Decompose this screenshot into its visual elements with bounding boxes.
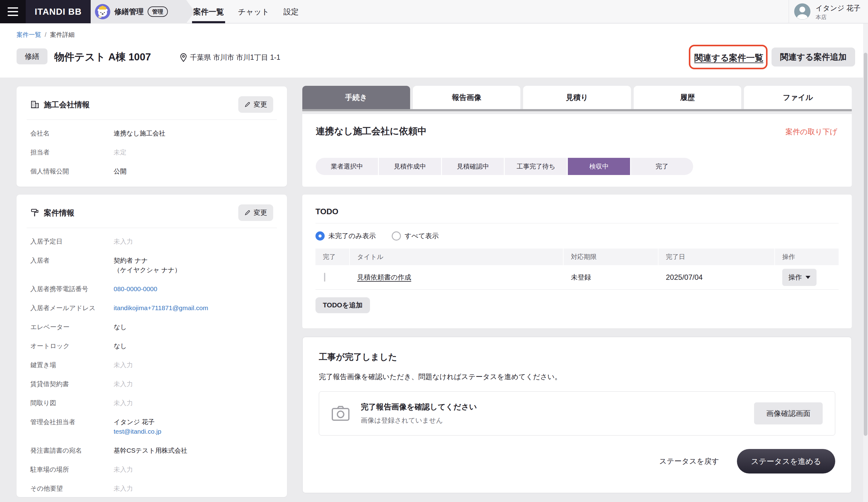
app-name: 修繕管理 bbox=[114, 7, 144, 17]
tenant-email-link[interactable]: itandikojima+711871@gmail.com bbox=[114, 303, 208, 313]
scrollbar-thumb[interactable] bbox=[864, 53, 867, 436]
brand-logo: ITANDI BB bbox=[26, 0, 91, 23]
info-row: その他要望 未入力 bbox=[30, 484, 273, 493]
info-row: 入居者メールアドレス itandikojima+711871@gmail.com bbox=[30, 303, 273, 313]
todo-action-button[interactable]: 操作 bbox=[782, 269, 817, 286]
step-inspection: 検収中 bbox=[568, 158, 630, 175]
info-row: 個人情報公開 公開 bbox=[30, 166, 273, 176]
todo-completed-date: 2025/07/04 bbox=[659, 273, 775, 281]
top-bar: ITANDI BB 修繕管理 管理 案件一覧 チャット bbox=[0, 0, 868, 23]
breadcrumb-separator: / bbox=[45, 31, 46, 38]
chevron-down-icon bbox=[806, 276, 810, 279]
page-title: 物件テスト A棟 1007 bbox=[54, 50, 151, 64]
tab-estimate[interactable]: 見積り bbox=[523, 86, 631, 109]
image-confirm-button[interactable]: 画像確認画面 bbox=[754, 402, 823, 424]
info-row: 駐車場の場所 未入力 bbox=[30, 464, 273, 474]
completion-heading: 工事が完了しました bbox=[319, 351, 835, 363]
step-estimate-confirming: 見積確認中 bbox=[442, 158, 504, 175]
todo-filter-group: 未完了のみ表示 すべて表示 bbox=[316, 232, 839, 240]
image-box-title: 完了報告画像を確認してください bbox=[361, 402, 477, 412]
breadcrumb-link-case-list[interactable]: 案件一覧 bbox=[17, 31, 41, 39]
info-row: 入居者携帯電話番号 080-0000-0000 bbox=[30, 284, 273, 294]
company-card-title: 施工会社情報 bbox=[44, 100, 234, 110]
info-row: 賃貸借契約書 未入力 bbox=[30, 379, 273, 389]
filter-incomplete-radio[interactable]: 未完了のみ表示 bbox=[316, 232, 376, 240]
status-actions: ステータスを戻す ステータスを進める bbox=[319, 449, 835, 473]
todo-table-row: 見積依頼書の作成 未登録 2025/07/04 操作 bbox=[316, 265, 839, 290]
report-image-box: 完了報告画像を確認してください 画像は登録されていません 画像確認画面 bbox=[319, 391, 835, 436]
manager-email-link[interactable]: test@itandi.co.jp bbox=[114, 427, 162, 436]
todo-due-date: 未登録 bbox=[564, 273, 659, 282]
status-heading: 連携なし施工会社に依頼中 bbox=[316, 125, 427, 137]
case-type-badge: 修繕 bbox=[17, 49, 48, 64]
brand-logo-text: ITANDI BB bbox=[34, 7, 82, 17]
status-back-button[interactable]: ステータスを戻す bbox=[659, 456, 719, 466]
property-address: 千葉県 市川市 市川1丁目 1-1 bbox=[190, 53, 280, 62]
company-edit-button[interactable]: 変更 bbox=[238, 96, 273, 113]
header-divider bbox=[789, 0, 789, 23]
user-name: イタンジ 花子 bbox=[816, 3, 861, 13]
paint-roller-icon bbox=[30, 208, 40, 217]
construction-company-card: 施工会社情報 変更 会社名 連携なし施工会社 担当者 未定 個人情報公開 公開 bbox=[17, 86, 287, 187]
step-vendor-selection: 業者選択中 bbox=[316, 158, 378, 175]
image-box-subtitle: 画像は登録されていません bbox=[361, 416, 477, 425]
radio-selected-icon bbox=[316, 232, 325, 240]
active-nav-underline bbox=[192, 21, 225, 23]
completion-description: 完了報告画像を確認いただき、問題なければステータスを進めてください。 bbox=[319, 372, 835, 381]
top-navigation: 案件一覧 チャット 設定 bbox=[192, 0, 300, 23]
pencil-icon bbox=[245, 101, 250, 107]
user-branch: 本店 bbox=[816, 13, 861, 21]
app-switcher-chip[interactable]: 修繕管理 管理 bbox=[91, 0, 195, 23]
hamburger-menu-icon[interactable] bbox=[0, 0, 26, 23]
nav-item-case-list[interactable]: 案件一覧 bbox=[192, 0, 225, 23]
tenant-phone-link[interactable]: 080-0000-0000 bbox=[114, 284, 157, 294]
todo-heading: TODO bbox=[316, 207, 839, 216]
step-estimate-creating: 見積作成中 bbox=[379, 158, 441, 175]
status-stepper: 業者選択中 見積作成中 見積確認中 工事完了待ち 検収中 完了 bbox=[316, 158, 693, 175]
info-row: 担当者 未定 bbox=[30, 147, 273, 157]
user-avatar-icon bbox=[794, 3, 810, 20]
card-divider bbox=[27, 228, 277, 228]
info-row: 入居予定日 未入力 bbox=[30, 237, 273, 246]
info-row: 間取り図 未入力 bbox=[30, 398, 273, 408]
location-pin-icon bbox=[180, 53, 187, 62]
nav-item-chat[interactable]: チャット bbox=[237, 0, 270, 23]
filter-all-radio[interactable]: すべて表示 bbox=[392, 232, 439, 240]
status-forward-button[interactable]: ステータスを進める bbox=[737, 449, 835, 473]
breadcrumb-current: 案件詳細 bbox=[50, 31, 75, 39]
address-block: 千葉県 市川市 市川1丁目 1-1 bbox=[180, 53, 280, 62]
building-icon bbox=[30, 100, 40, 109]
info-row: 鍵置き場 未入力 bbox=[30, 360, 273, 370]
todo-add-button[interactable]: TODOを追加 bbox=[316, 297, 370, 313]
tab-procedure[interactable]: 手続き bbox=[302, 86, 410, 109]
step-done: 完了 bbox=[631, 158, 693, 175]
todo-checkbox[interactable] bbox=[324, 273, 325, 281]
tab-history[interactable]: 履歴 bbox=[634, 86, 742, 109]
todo-table-header: 完了 タイトル 対応期限 完了日 操作 bbox=[316, 248, 839, 265]
user-menu[interactable]: イタンジ 花子 本店 bbox=[794, 3, 861, 21]
tab-report-images[interactable]: 報告画像 bbox=[413, 86, 521, 109]
info-row: エレベーター なし bbox=[30, 322, 273, 331]
camera-icon bbox=[331, 406, 350, 421]
case-edit-button[interactable]: 変更 bbox=[238, 204, 273, 221]
detail-tabs: 手続き 報告画像 見積り 履歴 ファイル bbox=[302, 86, 852, 109]
scrollbar-track[interactable] bbox=[863, 23, 868, 502]
tab-files[interactable]: ファイル bbox=[744, 86, 852, 109]
related-case-add-button[interactable]: 関連する案件追加 bbox=[772, 48, 855, 66]
info-row: 会社名 連携なし施工会社 bbox=[30, 129, 273, 138]
radio-unselected-icon bbox=[392, 232, 401, 240]
todo-table: 完了 タイトル 対応期限 完了日 操作 見積依頼書の作成 未登録 2025/07… bbox=[316, 248, 839, 290]
step-awaiting-completion: 工事完了待ち bbox=[505, 158, 567, 175]
status-panel: 連携なし施工会社に依頼中 案件の取り下げ 業者選択中 見積作成中 見積確認中 工… bbox=[302, 114, 852, 187]
nav-item-settings[interactable]: 設定 bbox=[282, 0, 300, 23]
info-row: 発注書請書の宛名 基幹CSテスト用株式会社 bbox=[30, 445, 273, 455]
case-info-card: 案件情報 変更 入居予定日 未入力 入居者 契約者 ナナ （ケイヤクシャ ナナ） bbox=[17, 195, 287, 497]
pencil-icon bbox=[245, 209, 250, 216]
app-role-badge: 管理 bbox=[148, 7, 168, 17]
related-case-list-link[interactable]: 関連する案件一覧 bbox=[694, 52, 763, 64]
completion-panel: 工事が完了しました 完了報告画像を確認いただき、問題なければステータスを進めてく… bbox=[302, 337, 852, 493]
todo-title-link[interactable]: 見積依頼書の作成 bbox=[357, 273, 411, 281]
case-withdraw-link[interactable]: 案件の取り下げ bbox=[785, 127, 837, 137]
case-detail-page: ITANDI BB 修繕管理 管理 案件一覧 チャット bbox=[0, 0, 868, 502]
info-row: 入居者 契約者 ナナ （ケイヤクシャ ナナ） bbox=[30, 256, 273, 275]
